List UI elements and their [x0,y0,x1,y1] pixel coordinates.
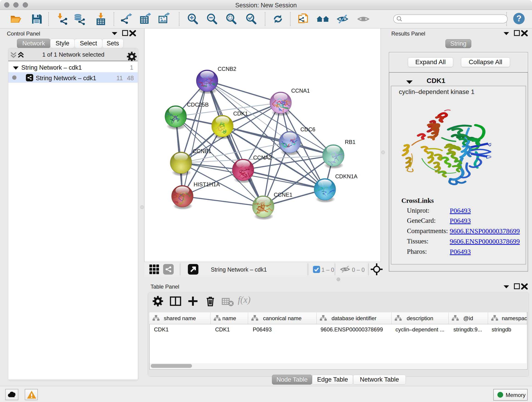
svg-text:CCNA2: CCNA2 [253,154,272,161]
svg-text:CCNA1: CCNA1 [291,88,310,94]
svg-text:?: ? [516,14,521,23]
svg-text:CCNB1: CCNB1 [193,148,211,154]
svg-text:CDC25B: CDC25B [187,102,209,108]
svg-text:CCNE1: CCNE1 [274,191,292,198]
svg-text:CDKN1A: CDKN1A [335,173,357,179]
svg-text:CDC6: CDC6 [300,126,315,133]
svg-text:CDK1: CDK1 [233,110,248,117]
svg-text:CCNB2: CCNB2 [218,66,236,72]
svg-text:HIST1H1A: HIST1H1A [194,181,220,187]
svg-text:RB1: RB1 [345,139,355,145]
